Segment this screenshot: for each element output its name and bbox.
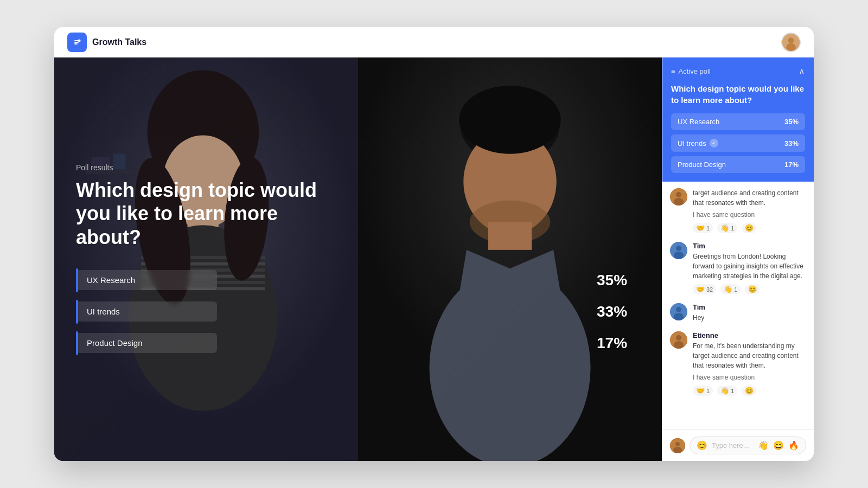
chat-reactions-0: 🤝1 👋1 😊 bbox=[693, 223, 806, 233]
avatar-etienne-3 bbox=[670, 331, 687, 349]
user-avatar[interactable] bbox=[781, 33, 801, 52]
poll-option-2: UI trends 33% bbox=[76, 300, 640, 324]
poll-results-label: Poll results bbox=[76, 163, 640, 172]
poll-option-label-2: UI trends bbox=[78, 301, 217, 322]
chat-content-1: Tim Greetings from London! Looking forwa… bbox=[693, 242, 806, 294]
chat-text-3: For me, it's been understanding my targe… bbox=[693, 341, 806, 370]
sidebar-poll-label-3: Product Design bbox=[678, 160, 726, 169]
chat-content-3: Etienne For me, it's been understanding … bbox=[693, 331, 806, 396]
chat-reactions-3: 🤝1 👋1 😊 bbox=[693, 386, 806, 396]
chat-name-2: Tim bbox=[693, 303, 806, 311]
poll-option-pct-1: 35% bbox=[597, 272, 640, 289]
svg-point-39 bbox=[674, 341, 684, 349]
fire-icon[interactable]: 🔥 bbox=[788, 440, 799, 451]
minimize-icon[interactable]: ∧ bbox=[799, 66, 805, 76]
wave-icon[interactable]: 👋 bbox=[758, 440, 769, 451]
check-circle-icon: ✓ bbox=[710, 139, 718, 147]
chat-text-2: Hey bbox=[693, 313, 806, 323]
chat-subtext-3: I have same question bbox=[693, 373, 806, 382]
chat-message-2: Tim Hey bbox=[670, 303, 806, 323]
reaction-1-2[interactable]: 😊 bbox=[745, 284, 760, 294]
svg-point-36 bbox=[674, 313, 684, 320]
poll-option-1: UX Research 35% bbox=[76, 268, 640, 292]
chat-content-2: Tim Hey bbox=[693, 303, 806, 323]
reaction-0-1[interactable]: 👋1 bbox=[717, 223, 737, 233]
svg-point-41 bbox=[675, 442, 680, 446]
chat-subtext-0: I have same question bbox=[693, 210, 806, 220]
svg-point-33 bbox=[674, 252, 684, 259]
active-poll-panel: ≡ Active poll ∧ Which design topic would… bbox=[662, 57, 814, 182]
chat-content-0: target audience and creating content tha… bbox=[693, 188, 806, 233]
poll-option-label-1: UX Research bbox=[78, 270, 217, 290]
active-poll-header: ≡ Active poll ∧ bbox=[671, 66, 805, 76]
chat-input-box[interactable]: 😊 Type here... 👋 😄 🔥 bbox=[690, 436, 806, 454]
avatar-etienne-0 bbox=[670, 188, 687, 206]
smiley-icon[interactable]: 😊 bbox=[697, 440, 707, 451]
reaction-3-0[interactable]: 🤝1 bbox=[693, 386, 713, 396]
reaction-1-1[interactable]: 👋1 bbox=[720, 284, 741, 294]
sidebar-poll-option-3[interactable]: Product Design 17% bbox=[671, 156, 805, 173]
chat-text-0: target audience and creating content tha… bbox=[693, 188, 806, 208]
poll-option-label-3: Product Design bbox=[78, 333, 217, 353]
sidebar-poll-label-2: UI trends ✓ bbox=[678, 139, 718, 147]
active-poll-title: Which design topic would you like to lea… bbox=[671, 83, 805, 106]
chat-input-area: 😊 Type here... 👋 😄 🔥 bbox=[662, 429, 814, 461]
logo-icon bbox=[67, 33, 87, 52]
poll-question: Which design topic would you like to lea… bbox=[76, 178, 347, 249]
chat-message-0: target audience and creating content tha… bbox=[670, 188, 806, 233]
sidebar-poll-pct-1: 35% bbox=[784, 118, 799, 126]
reaction-3-1[interactable]: 👋1 bbox=[717, 386, 737, 396]
chat-input-avatar bbox=[670, 438, 685, 453]
poll-bar-icon: ≡ bbox=[671, 67, 675, 75]
avatar-tim-2 bbox=[670, 303, 687, 320]
header-left: Growth Talks bbox=[67, 33, 146, 52]
main-content: Poll results Which design topic would yo… bbox=[54, 57, 814, 461]
svg-point-32 bbox=[676, 246, 681, 251]
sidebar-poll-option-1[interactable]: UX Research 35% bbox=[671, 113, 805, 130]
laugh-icon[interactable]: 😄 bbox=[773, 440, 784, 451]
chat-name-1: Tim bbox=[693, 242, 806, 250]
chat-name-3: Etienne bbox=[693, 331, 806, 339]
chat-area: target audience and creating content tha… bbox=[662, 182, 814, 429]
avatar-tim-1 bbox=[670, 242, 687, 259]
chat-message-1: Tim Greetings from London! Looking forwa… bbox=[670, 242, 806, 294]
poll-options: UX Research 35% UI trends 33% bbox=[76, 268, 640, 355]
reaction-0-0[interactable]: 🤝1 bbox=[693, 223, 713, 233]
chat-message-3: Etienne For me, it's been understanding … bbox=[670, 331, 806, 396]
active-poll-label: ≡ Active poll bbox=[671, 67, 711, 75]
svg-point-38 bbox=[676, 335, 681, 341]
sidebar: ≡ Active poll ∧ Which design topic would… bbox=[662, 57, 814, 461]
app-window: Growth Talks bbox=[54, 27, 814, 461]
svg-point-29 bbox=[676, 192, 681, 197]
chat-text-1: Greetings from London! Looking forward t… bbox=[693, 252, 806, 281]
svg-point-4 bbox=[786, 43, 796, 50]
svg-point-42 bbox=[673, 447, 682, 453]
video-area: Poll results Which design topic would yo… bbox=[54, 57, 662, 461]
reaction-1-0[interactable]: 🤝32 bbox=[693, 284, 716, 294]
reaction-0-2[interactable]: 😊 bbox=[742, 223, 757, 233]
sidebar-poll-option-2[interactable]: UI trends ✓ 33% bbox=[671, 134, 805, 152]
chat-input-placeholder: Type here... bbox=[712, 441, 754, 450]
poll-overlay: Poll results Which design topic would yo… bbox=[54, 57, 662, 461]
reaction-3-2[interactable]: 😊 bbox=[742, 386, 757, 396]
sidebar-poll-pct-3: 17% bbox=[784, 160, 799, 169]
app-title: Growth Talks bbox=[92, 37, 146, 47]
poll-option-3: Product Design 17% bbox=[76, 331, 640, 355]
svg-point-3 bbox=[788, 37, 794, 43]
header: Growth Talks bbox=[54, 27, 814, 57]
svg-point-30 bbox=[674, 198, 684, 206]
poll-option-pct-3: 17% bbox=[597, 335, 640, 352]
sidebar-poll-pct-2: 33% bbox=[784, 139, 799, 147]
sidebar-poll-label-1: UX Research bbox=[678, 118, 719, 126]
poll-sidebar-options: UX Research 35% UI trends ✓ 33% Product … bbox=[671, 113, 805, 173]
chat-reactions-1: 🤝32 👋1 😊 bbox=[693, 284, 806, 294]
svg-point-1 bbox=[78, 39, 81, 42]
poll-option-pct-2: 33% bbox=[597, 303, 640, 320]
svg-point-35 bbox=[676, 307, 681, 312]
